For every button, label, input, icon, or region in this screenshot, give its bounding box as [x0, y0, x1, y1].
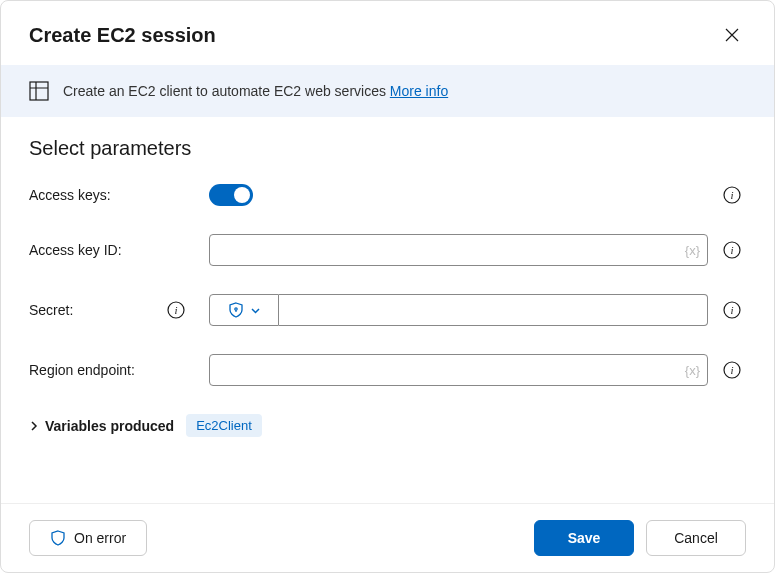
cancel-button[interactable]: Cancel — [646, 520, 746, 556]
close-icon — [725, 28, 739, 42]
variables-label: Variables produced — [45, 418, 174, 434]
shield-icon — [228, 302, 244, 318]
svg-text:i: i — [730, 364, 733, 376]
section-title: Select parameters — [29, 137, 746, 160]
access-key-id-input[interactable] — [209, 234, 708, 266]
info-icon[interactable]: i — [723, 301, 741, 319]
svg-text:i: i — [174, 304, 177, 316]
banner-text: Create an EC2 client to automate EC2 web… — [63, 83, 448, 99]
dialog-header: Create EC2 session — [1, 1, 774, 65]
shield-outline-icon — [50, 530, 66, 546]
region-endpoint-label: Region endpoint: — [29, 362, 135, 378]
secret-type-dropdown[interactable] — [209, 294, 279, 326]
svg-point-9 — [234, 308, 236, 310]
svg-text:i: i — [730, 244, 733, 256]
chevron-down-icon — [250, 305, 261, 316]
more-info-link[interactable]: More info — [390, 83, 448, 99]
access-keys-label: Access keys: — [29, 187, 111, 203]
close-button[interactable] — [718, 21, 746, 49]
access-key-id-row: Access key ID: {x} i — [29, 234, 746, 266]
secret-label: Secret: — [29, 302, 73, 318]
action-banner-icon — [29, 81, 49, 101]
info-icon[interactable]: i — [167, 301, 185, 319]
region-endpoint-row: Region endpoint: {x} i — [29, 354, 746, 386]
content-area: Select parameters Access keys: i Access … — [1, 117, 774, 503]
on-error-button[interactable]: On error — [29, 520, 147, 556]
info-icon[interactable]: i — [723, 186, 741, 204]
save-button[interactable]: Save — [534, 520, 634, 556]
info-banner: Create an EC2 client to automate EC2 web… — [1, 65, 774, 117]
secret-input[interactable] — [279, 294, 708, 326]
svg-text:i: i — [730, 304, 733, 316]
access-keys-toggle[interactable] — [209, 184, 253, 206]
chevron-right-icon — [29, 421, 39, 431]
dialog-footer: On error Save Cancel — [1, 503, 774, 572]
access-key-id-label: Access key ID: — [29, 242, 122, 258]
secret-row: Secret: i i — [29, 294, 746, 326]
info-icon[interactable]: i — [723, 241, 741, 259]
svg-rect-0 — [30, 82, 48, 100]
toggle-knob — [234, 187, 250, 203]
dialog-title: Create EC2 session — [29, 24, 216, 47]
info-icon[interactable]: i — [723, 361, 741, 379]
variables-produced-row: Variables produced Ec2Client — [29, 414, 746, 437]
variables-expander[interactable]: Variables produced — [29, 418, 174, 434]
region-endpoint-input[interactable] — [209, 354, 708, 386]
access-keys-row: Access keys: i — [29, 184, 746, 206]
variable-badge[interactable]: Ec2Client — [186, 414, 262, 437]
svg-text:i: i — [730, 189, 733, 201]
